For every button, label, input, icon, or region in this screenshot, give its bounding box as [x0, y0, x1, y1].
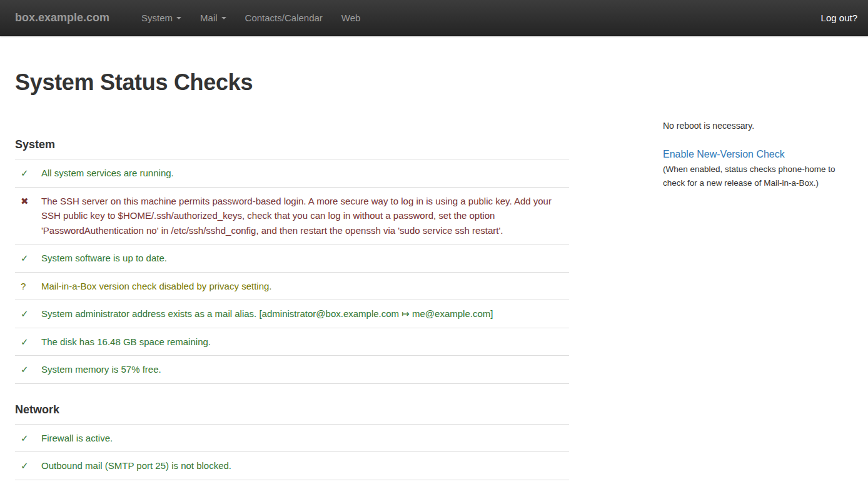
- enable-version-check-link[interactable]: Enable New-Version Check: [663, 149, 785, 159]
- status-check-text: System software is up to date.: [41, 244, 569, 273]
- status-ok-icon: ✓: [15, 424, 41, 452]
- status-check-text: System administrator address exists as a…: [41, 300, 569, 328]
- nav-item-mail[interactable]: Mail: [191, 0, 236, 36]
- status-check-text: Outbound mail (SMTP port 25) is not bloc…: [41, 452, 569, 480]
- status-check-row: ✓All system services are running.: [15, 159, 569, 188]
- status-check-text: The disk has 16.48 GB space remaining.: [41, 328, 569, 356]
- status-check-row: ✓System memory is 57% free.: [15, 356, 569, 384]
- nav-item-contacts-calendar[interactable]: Contacts/Calendar: [236, 0, 332, 36]
- status-ok-icon: ✓: [15, 159, 41, 188]
- page-title: System Status Checks: [15, 70, 853, 95]
- nav-item-system[interactable]: System: [132, 0, 191, 36]
- navbar-menu: SystemMailContacts/CalendarWeb: [132, 0, 370, 36]
- status-check-text: All system services are running.: [41, 159, 569, 188]
- status-category-row: Network: [15, 383, 569, 424]
- status-check-text: Firewall is active.: [41, 424, 569, 452]
- nav-item-label: Web: [341, 13, 361, 23]
- nav-item-web[interactable]: Web: [332, 0, 370, 36]
- columns: System✓All system services are running.✖…: [15, 95, 853, 480]
- status-warning-icon: ?: [15, 272, 41, 300]
- nav-item-label: System: [141, 13, 173, 23]
- caret-down-icon: [221, 17, 226, 19]
- status-ok-icon: ✓: [15, 328, 41, 356]
- status-category-heading: System: [15, 119, 569, 159]
- sidebar: No reboot is necessary. Enable New-Versi…: [663, 95, 853, 189]
- navbar-brand[interactable]: box.example.com: [0, 0, 119, 36]
- status-ok-icon: ✓: [15, 452, 41, 480]
- status-error-icon: ✖: [15, 187, 41, 244]
- status-check-row: ✓Outbound mail (SMTP port 25) is not blo…: [15, 452, 569, 480]
- status-ok-icon: ✓: [15, 244, 41, 273]
- status-check-row: ✓System software is up to date.: [15, 244, 569, 273]
- status-checks-panel: System✓All system services are running.✖…: [15, 95, 569, 480]
- status-check-row: ✖The SSH server on this machine permits …: [15, 187, 569, 244]
- main-content: System Status Checks System✓All system s…: [0, 70, 868, 480]
- nav-item-label: Mail: [200, 13, 218, 23]
- status-ok-icon: ✓: [15, 356, 41, 384]
- status-ok-icon: ✓: [15, 300, 41, 328]
- version-check-note: (When enabled, status checks phone-home …: [663, 163, 853, 189]
- logout-link[interactable]: Log out?: [810, 0, 868, 36]
- status-check-text: Mail-in-a-Box version check disabled by …: [41, 272, 569, 300]
- navbar: box.example.com SystemMailContacts/Calen…: [0, 0, 868, 36]
- nav-item-label: Contacts/Calendar: [245, 13, 323, 23]
- status-check-row: ✓System administrator address exists as …: [15, 300, 569, 328]
- status-category-heading: Network: [15, 383, 569, 424]
- status-check-row: ✓The disk has 16.48 GB space remaining.: [15, 328, 569, 356]
- status-checks-table: System✓All system services are running.✖…: [15, 119, 569, 480]
- status-checks-body: System✓All system services are running.✖…: [15, 119, 569, 480]
- caret-down-icon: [176, 17, 181, 19]
- status-check-row: ✓Firewall is active.: [15, 424, 569, 452]
- status-check-row: ?Mail-in-a-Box version check disabled by…: [15, 272, 569, 300]
- status-check-text: The SSH server on this machine permits p…: [41, 187, 569, 244]
- status-category-row: System: [15, 119, 569, 159]
- status-check-text: System memory is 57% free.: [41, 356, 569, 384]
- reboot-status-text: No reboot is necessary.: [663, 120, 853, 132]
